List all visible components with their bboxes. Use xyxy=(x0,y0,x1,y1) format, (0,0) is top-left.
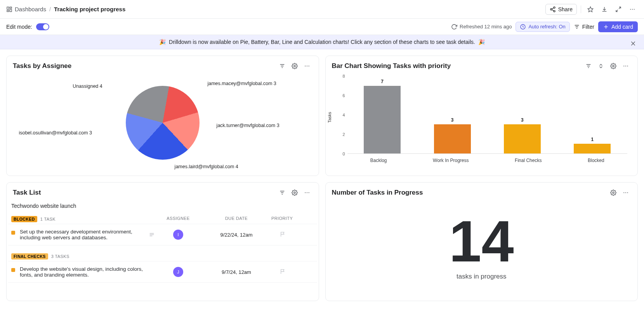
pie-slice-label: james.macey@mvfglobal.com 3 xyxy=(207,81,276,86)
card-more-button[interactable] xyxy=(620,61,631,71)
edit-mode-label: Edit mode: xyxy=(6,24,32,30)
bar[interactable]: 7 xyxy=(364,86,401,153)
pie-slice-label: isobel.osullivan@mvfglobal.com 3 xyxy=(19,130,92,136)
card-settings-button[interactable] xyxy=(289,187,300,198)
share-button[interactable]: Share xyxy=(545,4,577,15)
bar[interactable]: 1 xyxy=(574,144,611,153)
card-more-button[interactable] xyxy=(302,61,312,71)
card-tasks-priority: Bar Chart Showing Tasks with priority Ta… xyxy=(325,56,638,176)
bar-value-label: 3 xyxy=(504,117,541,123)
ellipsis-icon xyxy=(304,63,310,69)
ellipsis-icon xyxy=(623,190,629,196)
banner-text: Drilldown is now available on Pie, Batte… xyxy=(169,39,475,45)
auto-refresh-pill[interactable]: Auto refresh: On xyxy=(516,22,569,32)
download-button[interactable] xyxy=(599,4,610,15)
bar[interactable]: 3 xyxy=(504,124,541,153)
svg-rect-3 xyxy=(7,10,9,11)
dashboard-icon xyxy=(6,6,12,12)
due-date: 9/7/24, 12am xyxy=(201,269,271,275)
svg-point-14 xyxy=(634,9,635,10)
svg-point-29 xyxy=(308,66,309,66)
priority-flag[interactable] xyxy=(271,268,295,276)
ellipsis-icon xyxy=(629,6,635,12)
top-actions: Share xyxy=(545,4,638,15)
big-number: 14 tasks in progress xyxy=(326,200,638,293)
share-icon xyxy=(550,6,556,12)
gear-icon xyxy=(610,190,616,196)
top-bar: Dashboards / Tracking project progress S… xyxy=(0,0,644,19)
clock-icon xyxy=(520,24,526,30)
svg-point-26 xyxy=(294,65,295,67)
table-row[interactable]: Set up the necessary development environ… xyxy=(8,224,317,246)
plus-icon xyxy=(603,24,609,30)
card-tasks-by-assignee: Tasks by Assignee james.macey@mvfglobal.… xyxy=(6,56,319,176)
card-filter-button[interactable] xyxy=(583,61,594,71)
svg-rect-0 xyxy=(7,7,9,9)
add-card-label: Add card xyxy=(611,24,633,30)
task-count: 1 TASK xyxy=(40,217,56,221)
svg-rect-2 xyxy=(10,9,12,12)
svg-marker-9 xyxy=(588,7,593,12)
breadcrumb-root[interactable]: Dashboards xyxy=(6,6,46,12)
pie-slice-label: jack.turner@mvfglobal.com 3 xyxy=(217,123,279,128)
edit-bar-left: Edit mode: xyxy=(6,23,49,30)
favorite-button[interactable] xyxy=(585,4,596,15)
task-group-header-blocked[interactable]: BLOCKED 1 TASK ASSIGNEE DUE DATE PRIORIT… xyxy=(8,214,317,224)
card-settings-button[interactable] xyxy=(289,61,300,71)
party-icon: 🎉 xyxy=(159,39,166,45)
y-tick: 8 xyxy=(343,74,345,78)
table-row[interactable]: Develop the website's visual design, inc… xyxy=(8,261,317,283)
svg-line-10 xyxy=(619,7,621,9)
fullscreen-button[interactable] xyxy=(613,4,624,15)
sort-icon xyxy=(598,63,604,69)
card-filter-button[interactable] xyxy=(277,61,288,71)
banner-close-button[interactable] xyxy=(628,38,639,49)
card-task-list: Task List Techwondo website launch BLOCK… xyxy=(6,182,319,301)
bar[interactable]: 3 xyxy=(434,124,471,153)
card-settings-button[interactable] xyxy=(608,187,619,198)
due-date: 9/22/24, 12am xyxy=(201,232,271,238)
bar-chart[interactable]: Tasks 02468 7331 BacklogWork In Progress… xyxy=(332,76,632,169)
task-group-header-final[interactable]: FINAL CHECKS 3 TASKS xyxy=(8,252,317,261)
gear-icon xyxy=(292,63,298,69)
svg-point-5 xyxy=(550,9,552,10)
svg-point-40 xyxy=(294,192,295,193)
breadcrumb-root-label: Dashboards xyxy=(15,6,46,12)
big-number-value: 14 xyxy=(449,212,514,270)
task-list-scroll[interactable]: Techwondo website launch BLOCKED 1 TASK … xyxy=(7,200,319,301)
task-name: Set up the necessary development environ… xyxy=(20,229,146,240)
edit-mode-toggle[interactable] xyxy=(36,23,49,30)
flag-icon xyxy=(280,231,286,237)
bar-value-label: 1 xyxy=(574,137,611,142)
priority-flag[interactable] xyxy=(271,231,295,239)
bar-category-label: Final Checks xyxy=(515,158,542,163)
card-more-button[interactable] xyxy=(620,187,631,198)
svg-point-41 xyxy=(305,192,306,193)
edit-bar-right: Refreshed 12 mins ago Auto refresh: On F… xyxy=(451,21,638,32)
close-icon xyxy=(630,40,636,47)
y-tick: 4 xyxy=(343,113,345,117)
card-title: Tasks by Assignee xyxy=(13,62,71,70)
card-settings-button[interactable] xyxy=(608,61,619,71)
pie-chart[interactable]: james.macey@mvfglobal.com 3jack.turner@m… xyxy=(13,76,312,169)
card-filter-button[interactable] xyxy=(277,187,288,198)
card-sort-button[interactable] xyxy=(595,61,606,71)
breadcrumb: Dashboards / Tracking project progress xyxy=(6,6,125,12)
svg-line-7 xyxy=(552,8,554,9)
more-button[interactable] xyxy=(627,4,638,15)
big-number-label: tasks in progress xyxy=(457,273,507,280)
download-icon xyxy=(601,6,608,12)
avatar[interactable]: I xyxy=(173,230,183,240)
status-square-icon xyxy=(11,268,15,272)
auto-refresh-label: Auto refresh: On xyxy=(528,24,565,30)
page-title[interactable]: Tracking project progress xyxy=(54,6,125,12)
refreshed-status[interactable]: Refreshed 12 mins ago xyxy=(451,24,512,30)
refreshed-text: Refreshed 12 mins ago xyxy=(460,24,512,30)
project-name[interactable]: Techwondo website launch xyxy=(8,200,317,214)
add-card-button[interactable]: Add card xyxy=(598,21,638,32)
avatar[interactable]: J xyxy=(173,267,183,277)
card-more-button[interactable] xyxy=(302,187,312,198)
ellipsis-icon xyxy=(304,190,310,196)
share-label: Share xyxy=(558,6,573,12)
filter-button[interactable]: Filter xyxy=(574,24,594,30)
